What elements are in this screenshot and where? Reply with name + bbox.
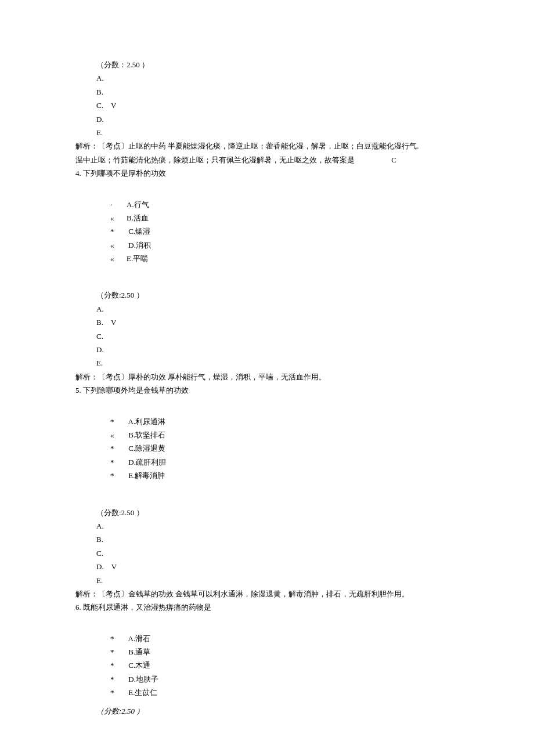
q5-score: （分数:2.50 ）: [75, 506, 459, 519]
q4-ans-d: D.: [75, 343, 459, 356]
bullet-icon: *: [110, 225, 127, 238]
bullet-icon: *: [110, 469, 127, 482]
q3-score: （分数：2.50 ）: [75, 58, 459, 71]
bullet-icon: «: [110, 252, 127, 265]
q4-score: （分数:2.50 ）: [75, 288, 459, 302]
bullet-icon: «: [110, 238, 127, 252]
q4-opt-d: « D.消积: [75, 238, 459, 252]
q5-opt-b: « B.软坚排石: [75, 428, 459, 442]
q5-options: * A.利尿通淋 « B.软坚排石 * C.除湿退黄 * D.疏肝利胆 * E.…: [75, 415, 459, 483]
bullet-icon: *: [110, 659, 127, 672]
q5-ans-d: D. V: [75, 560, 459, 573]
q5-opt-c: * C.除湿退黄: [75, 442, 459, 455]
q5-opt-d: * D.疏肝利胆: [75, 455, 459, 469]
q5-opt-e: * E.解毒消肿: [75, 469, 459, 482]
bullet-icon: *: [110, 686, 127, 699]
q3-explain-2a: 温中止呕；竹茹能清化热痰，除烦止呕；只有佩兰化湿解暑，无止呕之效，故答案是: [75, 155, 355, 164]
q3-explain-2: 温中止呕；竹茹能清化热痰，除烦止呕；只有佩兰化湿解暑，无止呕之效，故答案是 C: [75, 153, 459, 167]
bullet-icon: *: [110, 455, 127, 469]
bullet-icon: *: [110, 632, 127, 645]
bullet-icon: *: [110, 415, 127, 428]
q3-ans-c: C. V: [75, 99, 459, 112]
q6-opt-e: * E.生苡仁: [75, 686, 459, 699]
q6-title: 6. 既能利尿通淋，又治湿热痹痛的药物是: [75, 601, 459, 614]
q4-ans-c: C.: [75, 330, 459, 343]
q4-opt-e: «E.平喘: [75, 252, 459, 265]
q5-opt-a: * A.利尿通淋: [75, 415, 459, 428]
q4-opt-b: «B.活血: [75, 211, 459, 225]
q4-opt-a: ·A.行气: [75, 198, 459, 211]
q4-options: ·A.行气 «B.活血 * C.燥湿 « D.消积 «E.平喘: [75, 198, 459, 266]
q4-ans-a: A.: [75, 302, 459, 316]
q6-score: （分数:2.50 ）: [75, 704, 459, 718]
q5-ans-e: E.: [75, 574, 459, 587]
q6-options: * A.滑石 * B.通草 * C.木通 * D.地肤子 * E.生苡仁: [75, 632, 459, 700]
q3-ans-d: D.: [75, 113, 459, 126]
q3-explain-2b: C: [391, 153, 396, 167]
q3-ans-a: A.: [75, 71, 459, 85]
q6-opt-b: * B.通草: [75, 645, 459, 659]
q4-title: 4. 下列哪项不是厚朴的功效: [75, 167, 459, 180]
q6-opt-c: * C.木通: [75, 659, 459, 672]
q5-ans-b: B.: [75, 533, 459, 546]
bullet-icon: ·: [110, 198, 127, 211]
bullet-icon: «: [110, 428, 127, 442]
q4-ans-b: B. V: [75, 316, 459, 329]
q3-ans-e: E.: [75, 126, 459, 139]
q6-opt-a: * A.滑石: [75, 632, 459, 645]
bullet-icon: *: [110, 645, 127, 659]
bullet-icon: *: [110, 442, 127, 455]
q3-ans-b: B.: [75, 85, 459, 99]
bullet-icon: «: [110, 211, 127, 225]
q5-explain: 解析：〔考点〕金钱草的功效 金钱草可以利水通淋，除湿退黄，解毒消肿，排石，无疏肝…: [75, 587, 459, 601]
q4-opt-c: * C.燥湿: [75, 225, 459, 238]
q5-title: 5. 下列除哪项外均是金钱草的功效: [75, 384, 459, 397]
q4-explain: 解析：〔考点〕厚朴的功效 厚朴能行气，燥湿，消积，平喘，无活血作用。: [75, 370, 459, 384]
bullet-icon: *: [110, 672, 127, 686]
q6-opt-d: * D.地肤子: [75, 672, 459, 686]
document-page: （分数：2.50 ） A. B. C. V D. E. 解析：〔考点〕止呕的中药…: [0, 0, 534, 741]
q5-ans-a: A.: [75, 519, 459, 533]
q5-ans-c: C.: [75, 547, 459, 560]
q4-ans-e: E.: [75, 356, 459, 370]
q3-explain-1: 解析：〔考点〕止呕的中药 半夏能燥湿化痰，降逆止呕；藿香能化湿，解暑，止呕；白豆…: [75, 139, 459, 153]
